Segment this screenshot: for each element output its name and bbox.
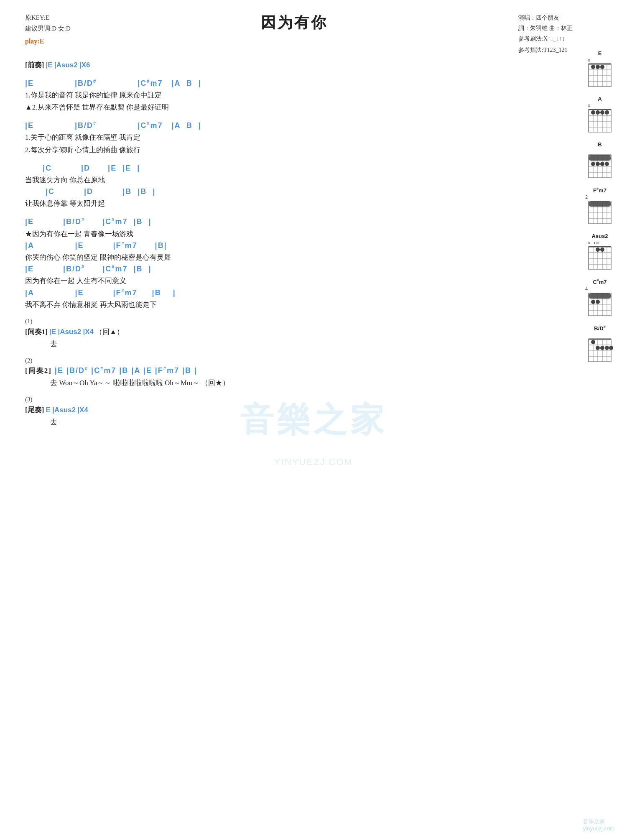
chord-BDs-label: B/D#: [594, 325, 605, 332]
chord-Csm7: C#m7 4: [585, 278, 614, 317]
header-center: 因为有你: [71, 13, 518, 33]
verse1-section2: |E |B/D# |C#m7 |A B | 1.关于心的距离 就像住在隔壁 我肯…: [25, 120, 556, 156]
chord-Fsm7-label: F#m7: [593, 187, 607, 194]
svg-point-12: [600, 65, 604, 69]
num1-section: (1) [间奏1] |E |Asus2 |X4 （回▲） 去: [25, 318, 556, 350]
header-left: 原KEY:E 建议男调:D 女:D play:E: [25, 13, 71, 47]
play-key: play:E: [25, 36, 71, 47]
footer-logo: 音乐之家 yinyuezj.com: [583, 818, 614, 832]
interlude1-header: [间奏1] |E |Asus2 |X4 （回▲）: [25, 326, 556, 337]
svg-point-96: [605, 346, 609, 350]
header-right: 演唱：四个朋友 詞：朱羽维 曲：林正 参考刷法:X↑↓_↓↑↓ 参考指法:T12…: [518, 13, 610, 56]
svg-point-95: [600, 346, 604, 350]
chorus-lyric4: 我不离不弃 你情意相挺 再大风雨也能走下: [25, 299, 556, 310]
verse1-lyric1b: ▲2.从来不曾怀疑 世界存在默契 你是最好证明: [25, 102, 556, 113]
svg-point-81: [591, 300, 595, 304]
footer-logo-text: 音乐之家: [583, 818, 614, 825]
artist-label: 演唱：四个朋友: [518, 13, 610, 23]
chord-Asus2-label: Asus2: [591, 233, 608, 239]
svg-point-25: [596, 110, 600, 115]
outro-lyric: 去: [50, 416, 556, 428]
chord-Csm7-diagram: [585, 291, 614, 317]
interlude1-lyric: 去: [50, 338, 556, 350]
num3-label: (3): [25, 396, 556, 403]
bridge-lyric1: 当我迷失方向 你总在原地: [25, 174, 556, 186]
bridge-lyric2: 让我休息停靠 等太阳升起: [25, 198, 556, 209]
svg-rect-79: [589, 293, 611, 299]
interlude2-lyric: 去 Woo～Oh Ya～～ 啦啦啦啦啦啦啦 Oh～Mm～ （回★）: [50, 377, 556, 388]
chord-BDs-diagram: [585, 337, 614, 363]
chord-B-diagram: [585, 153, 614, 179]
chord-Asus2-diagram: [585, 245, 614, 271]
lyricist-label: 詞：朱羽维 曲：林正: [518, 23, 610, 33]
page: 音樂之家 YINYUEZJ.COM 原KEY:E 建议男调:D 女:D play…: [0, 0, 627, 840]
suggest-key: 建议男调:D 女:D: [25, 23, 71, 34]
prelude-line: [前奏] |E |Asus2 |X6: [25, 60, 556, 70]
chord-Csm7-label: C#m7: [593, 278, 607, 285]
chord-diagrams: E o: [585, 50, 614, 363]
num2-section: (2) [间奏2] |E |B/D# |C#m7 |B |A |E |F#m7 …: [25, 357, 556, 388]
verse1-section1: |E |B/D# |C#m7 |A B | 1.你是我的音符 我是你的旋律 原来…: [25, 78, 556, 113]
chord-Fsm7-diagram: [585, 199, 614, 225]
svg-point-13: [591, 65, 595, 69]
chord-Fsm7: F#m7 2: [585, 187, 614, 225]
bridge-chords2: |C |D |B |B |: [25, 186, 556, 197]
footer-url: yinyuezj.com: [583, 825, 614, 832]
svg-point-11: [596, 65, 600, 69]
chorus-chords2: |A |E |F#m7 |B|: [25, 240, 556, 251]
svg-rect-40: [589, 156, 611, 161]
num1-label: (1): [25, 318, 556, 325]
chorus-lyric1: ★因为有你在一起 青春像一场游戏: [25, 228, 556, 240]
svg-point-80: [596, 300, 600, 304]
song-title: 因为有你: [71, 13, 518, 33]
svg-point-42: [600, 162, 604, 166]
num3-section: (3) [尾奏] E |Asus2 |X4 去: [25, 396, 556, 428]
verse1-chords2: |E |B/D# |C#m7 |A B |: [25, 120, 556, 131]
ref-strum: 参考刷法:X↑↓_↓↑↓: [518, 33, 610, 45]
original-key: 原KEY:E: [25, 13, 71, 23]
chorus-section: |E |B/D# |C#m7 |B | ★因为有你在一起 青春像一场游戏 |A …: [25, 217, 556, 310]
chorus-chords3: |E |B/D# |C#m7 |B |: [25, 264, 556, 274]
svg-point-97: [609, 346, 613, 350]
svg-rect-55: [589, 201, 611, 207]
chord-A: A o: [585, 96, 614, 134]
chorus-chords4: |A |E |F#m7 |B |: [25, 288, 556, 298]
chorus-lyric3: 因为有你在一起 人生有不同意义: [25, 275, 556, 286]
svg-point-44: [591, 162, 595, 166]
verse1-lyric1a: 1.你是我的音符 我是你的旋律 原来命中註定: [25, 89, 556, 101]
chord-A-label: A: [598, 96, 602, 102]
watermark-url: YINYUEZJ.COM: [274, 457, 353, 467]
header: 原KEY:E 建议男调:D 女:D play:E 因为有你 演唱：四个朋友 詞：…: [25, 13, 610, 56]
svg-rect-56: [589, 247, 611, 269]
verse1-chords1: |E |B/D# |C#m7 |A B |: [25, 78, 556, 89]
bridge-chords1: |C |D |E |E |: [25, 163, 556, 174]
chord-BDs: B/D#: [585, 325, 614, 363]
svg-point-68: [600, 248, 604, 252]
chord-E: E o: [585, 50, 614, 88]
chord-E-diagram: [585, 62, 614, 88]
num2-label: (2): [25, 357, 556, 364]
chord-A-diagram: [585, 108, 614, 134]
chorus-lyric2: 你哭的伤心 你笑的坚定 眼神的秘密是心有灵犀: [25, 252, 556, 263]
svg-point-28: [591, 110, 595, 115]
chord-E-label: E: [598, 50, 602, 56]
svg-point-41: [596, 162, 600, 166]
svg-point-93: [591, 340, 595, 344]
svg-point-27: [605, 110, 609, 115]
interlude2-header: [间奏2] |E |B/D# |C#m7 |B |A |E |F#m7 |B |: [25, 365, 556, 376]
main-content: [前奏] |E |Asus2 |X6 |E |B/D# |C#m7 |A B |…: [25, 60, 556, 428]
chord-B: B: [585, 141, 614, 179]
prelude-section: [前奏] |E |Asus2 |X6: [25, 60, 556, 70]
svg-point-43: [605, 162, 609, 166]
chorus-chords1: |E |B/D# |C#m7 |B |: [25, 217, 556, 227]
bridge-section: |C |D |E |E | 当我迷失方向 你总在原地 |C |D |B |B |…: [25, 163, 556, 209]
svg-point-94: [596, 346, 600, 350]
outro-header: [尾奏] E |Asus2 |X4: [25, 404, 556, 416]
svg-point-26: [600, 110, 604, 115]
svg-point-67: [596, 248, 600, 252]
verse1-lyric2b: 2.每次分享倾听 心情上的插曲 像旅行: [25, 144, 556, 156]
chord-B-label: B: [598, 141, 602, 148]
verse1-lyric2a: 1.关于心的距离 就像住在隔壁 我肯定: [25, 132, 556, 143]
chord-Asus2: Asus2 o oo: [585, 233, 614, 271]
